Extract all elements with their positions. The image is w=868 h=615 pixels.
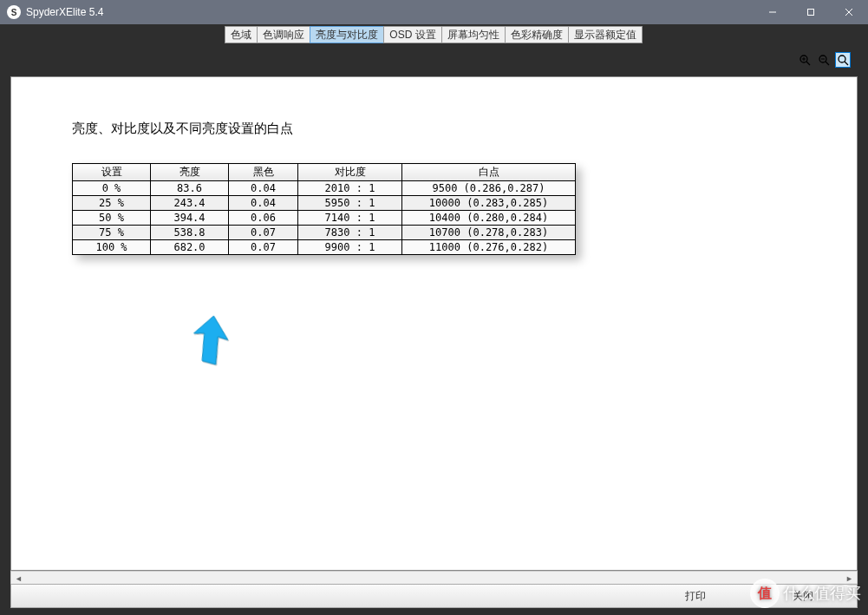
cell-setting: 50 % xyxy=(73,211,151,226)
table-row: 50 %394.40.067140 : 110400 (0.280,0.284) xyxy=(73,211,576,226)
cell-setting: 0 % xyxy=(73,181,151,196)
cell-setting: 100 % xyxy=(73,240,151,255)
svg-line-5 xyxy=(806,62,810,65)
cell-contrast: 5950 : 1 xyxy=(298,196,402,211)
zoom-toolbar xyxy=(797,52,851,68)
cell-brightness: 538.8 xyxy=(151,226,229,240)
tab-gamut[interactable]: 色域 xyxy=(225,26,258,43)
footer-bar: 打印 关闭 xyxy=(10,584,858,608)
cell-contrast: 7830 : 1 xyxy=(298,226,402,240)
brightness-table: 设置 亮度 黑色 对比度 白点 0 %83.60.042010 : 19500 … xyxy=(72,163,576,255)
content-area: 亮度、对比度以及不同亮度设置的白点 设置 亮度 黑色 对比度 白点 0 %83.… xyxy=(10,76,858,586)
svg-line-9 xyxy=(826,62,829,65)
tab-color-accuracy[interactable]: 色彩精确度 xyxy=(505,26,569,43)
window-titlebar: S SpyderXElite 5.4 xyxy=(0,0,868,24)
cell-whitepoint: 10000 (0.283,0.285) xyxy=(402,196,576,211)
report-viewport[interactable]: 亮度、对比度以及不同亮度设置的白点 设置 亮度 黑色 对比度 白点 0 %83.… xyxy=(10,76,858,571)
cell-whitepoint: 10700 (0.278,0.283) xyxy=(402,226,576,240)
cell-contrast: 9900 : 1 xyxy=(298,240,402,255)
tab-monitor-rating[interactable]: 显示器额定值 xyxy=(568,26,643,43)
cell-black: 0.06 xyxy=(229,211,298,226)
cell-whitepoint: 11000 (0.276,0.282) xyxy=(402,240,576,255)
maximize-button[interactable] xyxy=(792,0,830,24)
scroll-right-arrow-icon[interactable]: ► xyxy=(842,572,857,585)
table-row: 75 %538.80.077830 : 110700 (0.278,0.283) xyxy=(73,226,576,240)
table-row: 100 %682.00.079900 : 111000 (0.276,0.282… xyxy=(73,240,576,255)
cell-contrast: 7140 : 1 xyxy=(298,211,402,226)
cell-whitepoint: 10400 (0.280,0.284) xyxy=(402,211,576,226)
svg-rect-1 xyxy=(808,10,814,16)
close-report-button[interactable]: 关闭 xyxy=(775,587,831,605)
tab-uniformity[interactable]: 屏幕均匀性 xyxy=(441,26,506,43)
svg-point-11 xyxy=(839,56,845,62)
cell-brightness: 394.4 xyxy=(151,211,229,226)
table-row: 0 %83.60.042010 : 19500 (0.286,0.287) xyxy=(73,181,576,196)
window-title: SpyderXElite 5.4 xyxy=(26,6,103,18)
app-icon: S xyxy=(7,5,21,19)
tab-bar: 色域 色调响应 亮度与对比度 OSD 设置 屏幕均匀性 色彩精确度 显示器额定值 xyxy=(10,26,858,43)
col-header-setting: 设置 xyxy=(73,164,151,181)
cell-brightness: 83.6 xyxy=(151,181,229,196)
col-header-black: 黑色 xyxy=(229,164,298,181)
table-header-row: 设置 亮度 黑色 对比度 白点 xyxy=(73,164,576,181)
cell-whitepoint: 9500 (0.286,0.287) xyxy=(402,181,576,196)
cell-black: 0.07 xyxy=(229,240,298,255)
cell-contrast: 2010 : 1 xyxy=(298,181,402,196)
col-header-whitepoint: 白点 xyxy=(402,164,576,181)
report-page: 亮度、对比度以及不同亮度设置的白点 设置 亮度 黑色 对比度 白点 0 %83.… xyxy=(11,77,857,298)
tab-osd-settings[interactable]: OSD 设置 xyxy=(383,26,441,43)
col-header-contrast: 对比度 xyxy=(298,164,402,181)
svg-line-12 xyxy=(845,62,848,65)
cell-brightness: 243.4 xyxy=(151,196,229,211)
tab-tone-response[interactable]: 色调响应 xyxy=(257,26,310,43)
tab-brightness-contrast[interactable]: 亮度与对比度 xyxy=(310,26,384,43)
cell-black: 0.04 xyxy=(229,196,298,211)
close-button[interactable] xyxy=(830,0,868,24)
minimize-button[interactable] xyxy=(754,0,792,24)
page-heading: 亮度、对比度以及不同亮度设置的白点 xyxy=(72,121,796,137)
zoom-fit-button[interactable] xyxy=(835,52,851,68)
cell-setting: 25 % xyxy=(73,196,151,211)
app-body: 色域 色调响应 亮度与对比度 OSD 设置 屏幕均匀性 色彩精确度 显示器额定值… xyxy=(0,24,868,615)
scroll-left-arrow-icon[interactable]: ◄ xyxy=(11,572,26,585)
table-row: 25 %243.40.045950 : 110000 (0.283,0.285) xyxy=(73,196,576,211)
cell-black: 0.04 xyxy=(229,181,298,196)
zoom-in-button[interactable] xyxy=(797,52,813,68)
cell-setting: 75 % xyxy=(73,226,151,240)
print-button[interactable]: 打印 xyxy=(668,587,723,605)
cell-brightness: 682.0 xyxy=(151,240,229,255)
arrow-annotation-icon xyxy=(185,311,237,381)
col-header-brightness: 亮度 xyxy=(151,164,229,181)
cell-black: 0.07 xyxy=(229,226,298,240)
zoom-out-button[interactable] xyxy=(816,52,832,68)
